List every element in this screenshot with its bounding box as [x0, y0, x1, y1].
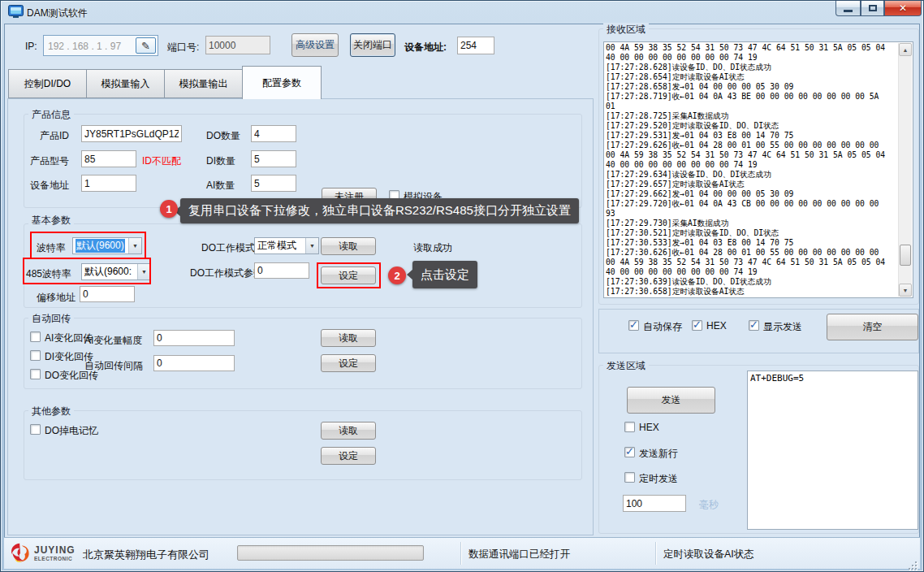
receive-log-scrollbar[interactable]: ▲ ▼ [898, 43, 912, 297]
di-count-input[interactable] [251, 150, 296, 167]
do-mode-param-input[interactable] [254, 262, 309, 279]
show-send-checkbox[interactable] [749, 320, 759, 331]
do-change-checkbox[interactable] [30, 369, 41, 379]
clear-button[interactable]: 清空 [827, 314, 918, 340]
di-change-checkbox[interactable] [30, 350, 41, 361]
auto-report-read-button[interactable]: 读取 [321, 329, 376, 347]
tab-analog-input[interactable]: 模拟量输入 [86, 69, 165, 98]
port-input[interactable] [205, 36, 270, 54]
do-memory-checkbox[interactable] [30, 424, 41, 435]
maximize-button[interactable] [861, 1, 884, 16]
baud-label: 波特率 [37, 241, 66, 255]
do-count-label: DO数量 [206, 129, 240, 143]
autosave-label: 自动保存 [643, 320, 682, 334]
receive-area-title: 接收区域 [603, 23, 649, 37]
scrollbar-thumb[interactable] [900, 245, 911, 266]
product-model-input[interactable] [81, 150, 136, 167]
send-hex-label: HEX [639, 422, 659, 433]
tab-config-params[interactable]: 配置参数 [242, 66, 322, 99]
device-address-input[interactable] [457, 37, 494, 54]
offset-input[interactable] [80, 286, 135, 302]
ip-label: IP: [25, 41, 37, 52]
baud485-value: 默认(9600: [84, 265, 132, 279]
do-mode-combo[interactable]: 正常模式 ▼ [254, 237, 319, 254]
close-port-button[interactable]: 关闭端口 [350, 33, 395, 57]
id-mismatch-text: ID不匹配 [142, 154, 181, 168]
pencil-icon: ✎ [141, 40, 150, 52]
ip-value: 192 . 168 . 1 . 97 [48, 41, 121, 52]
auto-report-set-button[interactable]: 设定 [321, 354, 376, 372]
other-set-button[interactable]: 设定 [321, 447, 376, 465]
ai-count-input[interactable] [251, 175, 296, 192]
auto-report-group [24, 318, 582, 389]
other-read-button[interactable]: 读取 [321, 422, 376, 440]
baud485-combo[interactable]: 默认(9600: ▼ [81, 263, 151, 280]
other-params-group [24, 410, 582, 480]
do-memory-label: DO掉电记忆 [45, 424, 98, 438]
close-button[interactable]: ✕ [884, 1, 922, 16]
product-id-label: 产品ID [40, 129, 69, 143]
advanced-settings-button[interactable]: 高级设置 [291, 33, 339, 57]
chevron-down-icon[interactable]: ▼ [305, 238, 318, 254]
port-label: 端口号: [167, 41, 199, 54]
send-newline-checkbox[interactable] [624, 447, 635, 457]
basic-params-title: 基本参数 [28, 214, 74, 228]
timed-send-label: 定时发送 [639, 472, 678, 486]
interval-unit-label: 毫秒 [699, 498, 719, 512]
baud-combo[interactable]: 默认(9600) ▼ [72, 237, 142, 254]
receive-log-text: 00 4A 59 38 35 52 54 31 50 73 47 4C 64 5… [606, 43, 897, 297]
scroll-down-icon[interactable]: ▼ [899, 284, 912, 297]
app-window: DAM测试软件 ✕ IP: 192 . 168 . 1 . 97 ✎ 端口号: … [0, 0, 924, 572]
auto-report-title: 自动回传 [28, 312, 74, 326]
task-status-text: 定时读取设备AI状态 [663, 548, 754, 561]
step2-tooltip: 点击设定 [412, 261, 477, 288]
do-mode-label: DO工作模式 [201, 241, 255, 255]
send-content-box[interactable]: AT+DEBUG=5 [747, 370, 918, 530]
maximize-icon [869, 5, 877, 11]
product-model-label: 产品型号 [30, 154, 69, 168]
ai-amplitude-input[interactable] [153, 330, 235, 346]
ai-amplitude-label: AI变化量幅度 [84, 334, 142, 348]
show-send-label: 显示发送 [763, 320, 802, 334]
baud485-label: 485波特率 [26, 267, 71, 281]
minimize-button[interactable] [835, 1, 861, 16]
product-id-input[interactable] [81, 125, 182, 142]
receive-hex-label: HEX [706, 320, 727, 332]
send-button[interactable]: 发送 [627, 387, 715, 414]
send-area-title: 发送区域 [603, 359, 649, 373]
app-icon [8, 5, 24, 19]
port-status-text: 数据通讯端口已经打开 [468, 548, 570, 561]
ip-field[interactable]: 192 . 168 . 1 . 97 ✎ [43, 35, 158, 56]
auto-interval-input[interactable] [153, 355, 235, 371]
device-addr-input[interactable] [81, 175, 136, 192]
device-addr-label: 设备地址 [30, 179, 69, 193]
tab-analog-output[interactable]: 模拟量输出 [164, 69, 243, 98]
resize-grip[interactable] [907, 561, 917, 570]
send-content-text: AT+DEBUG=5 [750, 373, 804, 384]
basic-set-button[interactable]: 设定 [321, 266, 376, 284]
ai-count-label: AI数量 [206, 179, 235, 193]
step1-badge: 1 [160, 200, 178, 218]
autosave-checkbox[interactable] [628, 320, 639, 331]
scroll-up-icon[interactable]: ▲ [899, 43, 912, 56]
send-interval-input[interactable] [623, 495, 686, 512]
minimize-icon [844, 10, 853, 12]
receive-hex-checkbox[interactable] [692, 320, 702, 331]
logo-text-line2: ELECTRONIC [34, 556, 72, 561]
chevron-down-icon[interactable]: ▼ [128, 238, 141, 254]
receive-log[interactable]: 00 4A 59 38 35 52 54 31 50 73 47 4C 64 5… [603, 41, 913, 298]
ai-change-checkbox[interactable] [30, 332, 41, 342]
timed-send-checkbox[interactable] [624, 472, 635, 483]
company-name: 北京聚英翱翔电子有限公司 [83, 548, 209, 562]
logo-text-line1: JUYING [34, 544, 76, 556]
di-count-label: DI数量 [206, 154, 235, 168]
chevron-down-icon[interactable]: ▼ [137, 264, 150, 280]
send-hex-checkbox[interactable] [624, 422, 635, 432]
edit-ip-button[interactable]: ✎ [136, 37, 156, 54]
do-count-input[interactable] [251, 125, 296, 142]
statusbar-divider [655, 542, 657, 565]
tab-control-dido[interactable]: 控制DI/DO [8, 69, 87, 98]
basic-read-button[interactable]: 读取 [321, 237, 376, 255]
other-params-title: 其他参数 [28, 405, 74, 418]
progress-bar [237, 545, 424, 561]
